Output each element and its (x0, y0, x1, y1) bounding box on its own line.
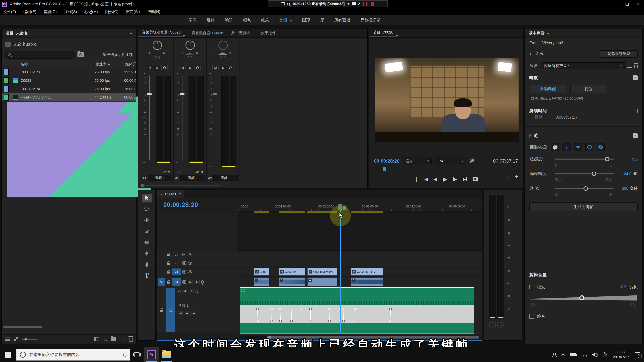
sensitivity-slider[interactable] (555, 159, 614, 160)
sync-lock-icon[interactable] (182, 253, 186, 256)
workspace-libraries[interactable]: 库 (320, 17, 324, 23)
voiceover-record-icon[interactable] (196, 290, 198, 293)
icon-view-icon[interactable] (14, 337, 18, 341)
start-button[interactable] (0, 347, 16, 362)
track-output-eye-icon[interactable] (188, 270, 192, 273)
label-chip[interactable] (4, 86, 9, 92)
audio-clip-3[interactable]: fx (307, 278, 337, 286)
ducking-section-title[interactable]: 回避 (529, 133, 538, 139)
program-video-frame[interactable] (375, 58, 518, 142)
save-preset-icon[interactable] (627, 64, 632, 68)
ripple-edit-tool[interactable] (142, 216, 152, 225)
preset-select[interactable]: 闪避所有声音 *∨ (541, 62, 624, 69)
tab-source-monitor[interactable]: 源:（无剪辑） (227, 29, 257, 37)
step-forward-button[interactable]: ▶ (453, 176, 457, 182)
slip-tool[interactable] (142, 238, 152, 247)
workspace-metalogging[interactable]: 元数据记录 (360, 17, 380, 23)
timeline-ruler[interactable]: :00:00 00:01:00:00 00:02:00:00 00:03:00:… (238, 204, 482, 211)
track-target-a1[interactable]: A1 (172, 278, 181, 286)
window-capture-icon[interactable] (281, 2, 285, 5)
track-name-a2[interactable]: 音频 2 (178, 303, 188, 308)
taskbar-explorer-app[interactable] (159, 347, 174, 362)
taskbar-premiere-app[interactable]: Pr (144, 347, 159, 362)
fade-slider[interactable] (555, 188, 614, 189)
level-checkbox[interactable] (529, 285, 534, 289)
volume-rubber-band-area[interactable] (240, 305, 474, 323)
mixer-panel-menu-icon[interactable]: ≡ (183, 32, 185, 37)
video-clip-4[interactable]: fxC0028.MP4 [V] (351, 268, 383, 276)
new-item-icon[interactable] (121, 337, 124, 341)
pen-tool[interactable] (142, 249, 152, 258)
automate-to-sequence-icon[interactable] (94, 337, 99, 341)
menu-sequence[interactable]: 序列(S) (64, 9, 77, 14)
tab-audio-clip-mixer[interactable]: 音频剪辑混合器: C0028 (138, 28, 184, 37)
fader-value[interactable]: 0.0 (144, 170, 148, 174)
fade-value[interactable]: 600 毫秒 (617, 186, 638, 191)
show-hidden-icons-chevron[interactable] (561, 353, 565, 357)
thumbnail-zoom-slider[interactable] (22, 339, 37, 339)
timeline-menu-icon[interactable]: ≡ (179, 192, 181, 196)
duck-against-untagged-button[interactable] (597, 143, 605, 151)
pan-knob[interactable] (185, 40, 195, 50)
duration-section-title[interactable]: 持续时间 (529, 108, 547, 114)
label-chip[interactable] (4, 94, 9, 100)
essential-sound-menu-icon[interactable]: ≡ (547, 31, 549, 36)
mute-button[interactable]: M (146, 65, 153, 70)
video-clip-2[interactable]: fxC0028.M (279, 268, 305, 276)
minimize-button[interactable] (610, 0, 621, 8)
track-header-v1[interactable]: V1 (157, 268, 238, 276)
volume-icon[interactable]: ))) (592, 353, 598, 357)
pan-value[interactable]: 0.0 (188, 56, 193, 60)
column-framerate[interactable]: 帧速率 ∧ (93, 61, 123, 66)
search-bin-icon[interactable] (78, 52, 84, 57)
track-name[interactable]: 音频 3 (213, 175, 238, 181)
clear-audio-type-button[interactable]: 清除音频类型 (600, 50, 638, 57)
duration-checkbox[interactable] (633, 109, 638, 113)
duck-against-dialogue-button[interactable] (551, 143, 559, 151)
tab-audio-track-mixer[interactable]: 音轨混合器: C0028 (188, 29, 227, 37)
track-header-v3[interactable]: V3 (157, 251, 238, 259)
find-icon[interactable] (104, 338, 106, 340)
track-a1-lane[interactable]: fx fx fx fx (238, 277, 482, 287)
lock-icon[interactable] (167, 280, 170, 284)
lock-icon[interactable] (167, 261, 170, 265)
solo-button[interactable]: S (220, 65, 226, 70)
people-icon[interactable] (552, 353, 557, 357)
project-search-input[interactable] (5, 51, 75, 58)
tab-program-monitor[interactable]: 节目: C0028 (369, 28, 397, 37)
fader-value[interactable]: 0.0 (176, 170, 181, 174)
button-editor-button[interactable]: + (514, 173, 518, 180)
project-row-c0007[interactable]: C0007.MP4 25.00 fps 12:32:1 (2, 68, 136, 76)
music-audio-clip-selected[interactable]: fx (240, 287, 474, 334)
pan-knob[interactable] (218, 40, 228, 50)
track-header-a2[interactable]: A2 M S 音频 2 ◀ ◆ ▶ (157, 287, 238, 334)
track-v1-lane[interactable]: fxC002 fxC0028.M fxC0028.MP4 [V] fxC0028… (238, 268, 482, 276)
solo-button[interactable]: S (187, 65, 193, 70)
go-to-in-button[interactable]: ◀ (424, 176, 428, 182)
recorder-screenshot-icon[interactable] (352, 2, 356, 5)
search-mic-icon[interactable] (124, 353, 126, 357)
menu-markers[interactable]: 标记(M) (84, 9, 98, 14)
track-name[interactable]: 音频 2 (180, 175, 205, 181)
volume-fader[interactable] (215, 76, 215, 164)
recorder-stop-button[interactable] (371, 2, 374, 5)
action-center-icon[interactable]: 1 (634, 352, 640, 357)
solo-right-button[interactable]: S (498, 323, 504, 328)
timeline-tracks-area[interactable]: fxC002 fxC0028.M fxC0028.MP4 [V] fxC0028… (238, 213, 482, 334)
battery-icon[interactable] (570, 353, 576, 356)
volume-fader[interactable] (149, 76, 150, 160)
mute-button[interactable]: M (180, 65, 186, 70)
keyframe-toggle-button[interactable] (161, 65, 168, 70)
more-controls-button[interactable]: » (507, 174, 510, 179)
pan-value[interactable]: 0.0 (155, 56, 160, 60)
keyframe-toggle-button[interactable] (194, 65, 200, 70)
project-row-c0028-seq[interactable]: C0028 25.00 fps 00:00:0 (2, 76, 136, 85)
recorder-dropdown-icon[interactable] (347, 3, 350, 5)
label-chip[interactable] (4, 77, 9, 84)
menu-file[interactable]: 文件(F) (3, 9, 16, 14)
slider-handle[interactable] (592, 172, 596, 176)
track-target-v1[interactable]: V1 (172, 268, 181, 275)
project-horizontal-scrollbar[interactable] (3, 326, 42, 328)
menu-help[interactable]: 帮助(H) (147, 9, 160, 14)
project-row-c0028-mp4[interactable]: C0028.MP4 25.00 fps 16:08:0 (2, 85, 136, 93)
